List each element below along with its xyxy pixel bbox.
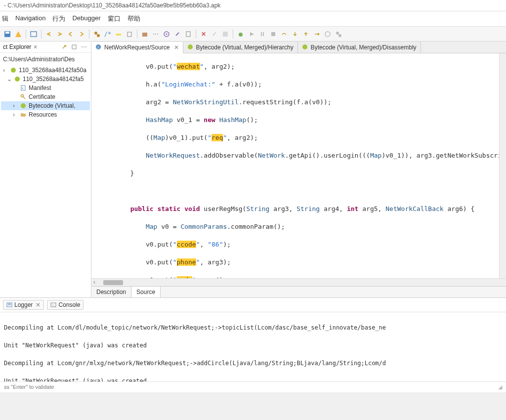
step-into-icon[interactable]	[291, 30, 299, 39]
forward-icon[interactable]	[77, 30, 86, 39]
blank-icon[interactable]	[221, 30, 230, 39]
source-code[interactable]: v0.put("wechat", arg2); h.a("LoginWechat…	[91, 53, 499, 278]
save-icon[interactable]	[3, 30, 12, 39]
comment-icon[interactable]: /*	[103, 30, 112, 39]
package-icon[interactable]	[140, 30, 149, 39]
menu-debugger[interactable]: Debugger	[72, 14, 100, 23]
tab-hierarchy[interactable]: Bytecode (Virtual, Merged)/Hierarchy	[183, 42, 298, 53]
tab-source[interactable]: J NetWorkRequest/Source ✕	[91, 42, 183, 53]
tree-node-bytecode[interactable]: › Bytecode (Virtual,	[1, 101, 90, 110]
target-icon[interactable]	[162, 30, 171, 39]
overview-ruler[interactable]	[499, 53, 506, 278]
svg-point-24	[15, 77, 20, 82]
menu-navigation[interactable]: Navigation	[15, 14, 45, 23]
scroll-thumb[interactable]	[103, 280, 123, 285]
chevron-right-icon[interactable]: ›	[13, 111, 18, 118]
tab-disassembly[interactable]: Bytecode (Virtual, Merged)/Disassembly	[298, 42, 421, 53]
breakpoint-icon[interactable]	[323, 30, 332, 39]
android-icon	[20, 102, 27, 109]
svg-point-27	[21, 95, 24, 97]
breakpoints-icon[interactable]	[334, 30, 343, 39]
status-bar: ss "Enter" to validate ◢	[0, 381, 506, 392]
explorer-title: ct Explorer	[3, 43, 31, 50]
pause-icon[interactable]	[258, 30, 267, 39]
cancel-icon[interactable]: ✕	[199, 30, 208, 39]
back-icon[interactable]	[66, 30, 75, 39]
svg-rect-7	[127, 32, 131, 37]
svg-rect-16	[263, 32, 264, 36]
java-icon: J	[95, 44, 102, 51]
console-tab[interactable]: >_ Console	[47, 300, 84, 310]
android-icon	[10, 67, 17, 74]
horizontal-scrollbar[interactable]: ‹	[91, 278, 506, 286]
logger-panel: Logger ✕ >_ Console Decompiling at Lcom/…	[0, 297, 506, 381]
dots-icon[interactable]: ⋯	[151, 30, 160, 39]
undo-icon[interactable]	[44, 30, 53, 39]
window-title: - C:\Users\Administrator\Desktop\110_352…	[0, 0, 506, 11]
svg-point-4	[94, 32, 97, 35]
close-icon[interactable]: ✕	[174, 44, 179, 51]
menu-behavior[interactable]: 行为	[52, 14, 65, 23]
manifest-icon: x	[20, 84, 27, 91]
tab-description[interactable]: Description	[91, 287, 131, 297]
menu-edit[interactable]: 辑	[2, 14, 8, 23]
close-icon[interactable]: ✕	[36, 301, 41, 308]
svg-point-20	[336, 32, 339, 35]
svg-rect-8	[142, 33, 147, 37]
tree-node-manifest[interactable]: x Manifest	[1, 84, 90, 92]
chevron-right-icon[interactable]: ›	[13, 102, 18, 109]
svg-marker-18	[318, 33, 320, 36]
gears-icon[interactable]	[92, 30, 101, 39]
svg-text:x: x	[22, 86, 24, 90]
step-over-icon[interactable]	[280, 30, 289, 39]
filter-icon[interactable]	[70, 43, 78, 51]
menu-bar: 辑 Navigation 行为 Debugger 窗口 帮助	[0, 11, 506, 27]
chevron-right-icon[interactable]: ›	[3, 67, 8, 74]
svg-rect-22	[72, 45, 76, 49]
tree-node-apk[interactable]: ⌄ 110_35268aa48142fa5	[1, 75, 90, 84]
menu-window[interactable]: 窗口	[108, 14, 121, 23]
link-editor-icon[interactable]	[60, 43, 68, 51]
tree-node-certificate[interactable]: Certificate	[1, 92, 90, 101]
link-icon[interactable]	[173, 30, 182, 39]
menu-icon[interactable]: ⋯	[80, 43, 88, 51]
bug-icon[interactable]	[236, 30, 245, 39]
run-to-icon[interactable]	[312, 30, 321, 39]
highlight-icon[interactable]	[114, 30, 123, 39]
svg-point-32	[302, 44, 307, 49]
svg-marker-2	[15, 31, 21, 37]
clip-icon[interactable]	[184, 30, 193, 39]
warning-icon[interactable]	[14, 30, 23, 39]
tree-node-resources[interactable]: › Resources	[1, 110, 90, 119]
svg-text:>_: >_	[52, 303, 56, 306]
copy-icon[interactable]	[125, 30, 134, 39]
chevron-down-icon[interactable]: ⌄	[7, 76, 12, 83]
project-explorer: ct Explorer ✕ ⋯ C:\Users\Administrator\D…	[0, 42, 91, 297]
close-icon[interactable]: ✕	[33, 44, 38, 50]
svg-point-10	[166, 33, 168, 35]
play-icon[interactable]	[247, 30, 256, 39]
svg-rect-12	[223, 32, 228, 37]
svg-rect-6	[116, 34, 121, 36]
svg-point-19	[325, 32, 330, 37]
check-icon[interactable]: ✓	[210, 30, 219, 39]
resize-handle-icon[interactable]: ◢	[498, 384, 502, 390]
log-icon	[6, 302, 12, 308]
window-icon[interactable]	[29, 30, 38, 39]
step-out-icon[interactable]	[301, 30, 310, 39]
logger-tab[interactable]: Logger ✕	[3, 300, 44, 310]
key-icon	[20, 93, 27, 100]
tree-node-apk-root[interactable]: › 110_35268aa48142fa50a	[1, 66, 90, 75]
svg-text:J: J	[97, 45, 99, 49]
svg-point-23	[11, 68, 16, 73]
menu-help[interactable]: 帮助	[127, 14, 140, 23]
android-icon	[14, 76, 21, 83]
stop-icon[interactable]	[269, 30, 278, 39]
logger-output[interactable]: Decompiling at Lcom/dl/module_topic/netw…	[0, 312, 506, 381]
editor-tabs: J NetWorkRequest/Source ✕ Bytecode (Virt…	[91, 42, 506, 53]
editor-area: J NetWorkRequest/Source ✕ Bytecode (Virt…	[91, 42, 506, 297]
tab-source-bottom[interactable]: Source	[131, 287, 161, 297]
redo-icon[interactable]	[55, 30, 64, 39]
svg-rect-1	[5, 32, 9, 34]
svg-rect-11	[186, 32, 190, 37]
